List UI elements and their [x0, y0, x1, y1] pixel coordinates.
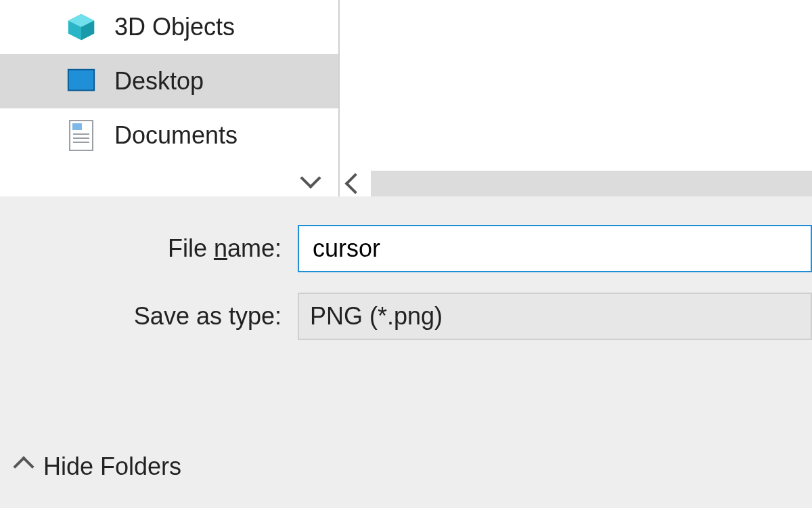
tree-item-documents[interactable]: Documents [0, 108, 338, 163]
scrollbar-track[interactable] [371, 171, 812, 196]
desktop-icon [64, 64, 98, 98]
chevron-left-icon [344, 173, 365, 194]
filename-label-hotkey: n [214, 234, 227, 262]
document-icon [64, 119, 98, 152]
save-panel: File name: Save as type: PNG (*.png) Hid… [0, 196, 812, 508]
save-as-type-label: Save as type: [0, 302, 298, 331]
folder-tree[interactable]: 3D Objects Desktop Docume [0, 0, 338, 196]
hide-folders-label: Hide Folders [43, 452, 181, 481]
save-as-type-value: PNG (*.png) [310, 302, 443, 331]
filename-label-post: ame: [227, 234, 281, 262]
tree-item-label: Desktop [114, 67, 204, 96]
svg-rect-3 [68, 70, 94, 91]
hide-folders-toggle[interactable]: Hide Folders [16, 452, 181, 481]
tree-item-label: 3D Objects [114, 13, 235, 41]
tree-item-label: Documents [114, 121, 238, 150]
filename-label: File name: [0, 234, 298, 263]
chevron-up-icon [13, 456, 34, 477]
svg-rect-6 [72, 123, 82, 130]
filename-input[interactable] [298, 225, 812, 272]
save-as-type-select[interactable]: PNG (*.png) [298, 293, 812, 340]
filename-label-pre: File [168, 234, 214, 262]
file-list-pane[interactable] [338, 0, 812, 196]
tree-scroll-down-icon[interactable] [303, 166, 318, 191]
cube-3d-icon [64, 10, 98, 44]
tree-item-3d-objects[interactable]: 3D Objects [0, 0, 338, 54]
horizontal-scrollbar[interactable] [340, 171, 812, 196]
tree-item-desktop[interactable]: Desktop [0, 54, 338, 108]
scroll-left-button[interactable] [340, 171, 371, 196]
